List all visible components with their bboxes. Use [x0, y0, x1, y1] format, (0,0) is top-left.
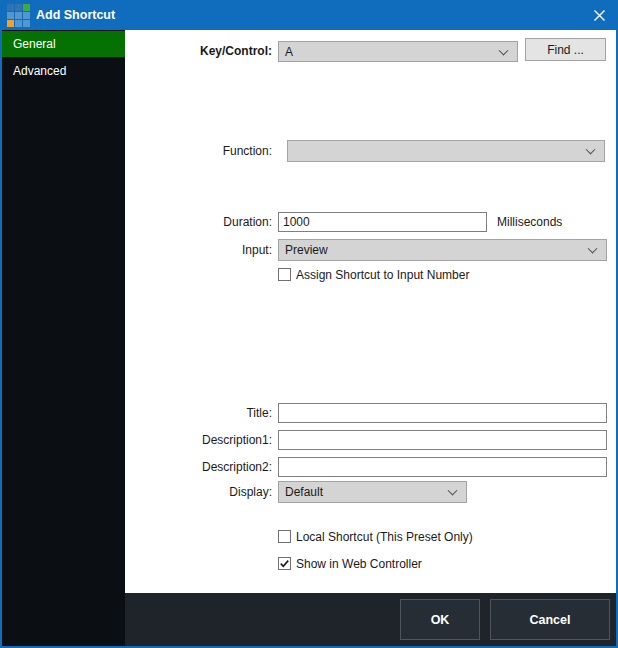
- local-shortcut-checkbox-row[interactable]: Local Shortcut (This Preset Only): [278, 530, 473, 544]
- tab-general[interactable]: General: [2, 31, 125, 57]
- function-select[interactable]: [287, 140, 605, 162]
- find-button[interactable]: Find ...: [525, 38, 606, 61]
- web-controller-checkbox-row[interactable]: Show in Web Controller: [278, 557, 422, 571]
- vmix-logo-icon: [7, 4, 30, 27]
- local-shortcut-checkbox[interactable]: [278, 530, 291, 543]
- chevron-down-icon: [586, 145, 596, 155]
- input-label: Input:: [132, 242, 272, 258]
- web-controller-label: Show in Web Controller: [296, 557, 422, 571]
- cancel-button[interactable]: Cancel: [490, 599, 610, 640]
- key-control-select[interactable]: A: [278, 41, 518, 62]
- key-control-label: Key/Control:: [132, 43, 272, 59]
- key-control-value: A: [285, 45, 293, 59]
- function-label: Function:: [132, 143, 272, 159]
- chevron-down-icon: [499, 45, 509, 55]
- assign-shortcut-checkbox-row[interactable]: Assign Shortcut to Input Number: [278, 268, 469, 282]
- assign-shortcut-label: Assign Shortcut to Input Number: [296, 268, 469, 282]
- assign-shortcut-checkbox[interactable]: [278, 268, 291, 281]
- add-shortcut-dialog: Add Shortcut General Advanced Key/Contro…: [0, 0, 618, 648]
- title-label: Title:: [132, 405, 272, 421]
- window-title: Add Shortcut: [36, 0, 115, 30]
- chevron-down-icon: [588, 244, 598, 254]
- description1-input[interactable]: [278, 430, 607, 450]
- close-icon: [593, 9, 606, 22]
- input-select[interactable]: Preview: [278, 239, 607, 261]
- display-value: Default: [285, 485, 323, 499]
- ok-button[interactable]: OK: [400, 599, 480, 640]
- milliseconds-label: Milliseconds: [497, 214, 562, 230]
- duration-input[interactable]: [278, 212, 487, 232]
- display-select[interactable]: Default: [278, 481, 467, 503]
- display-label: Display:: [132, 484, 272, 500]
- titlebar: Add Shortcut: [0, 0, 618, 30]
- description2-label: Description2:: [132, 459, 272, 475]
- local-shortcut-label: Local Shortcut (This Preset Only): [296, 530, 473, 544]
- description1-label: Description1:: [132, 432, 272, 448]
- web-controller-checkbox[interactable]: [278, 557, 291, 570]
- title-input[interactable]: [278, 403, 607, 423]
- description2-input[interactable]: [278, 457, 607, 477]
- chevron-down-icon: [448, 486, 458, 496]
- input-value: Preview: [285, 243, 328, 257]
- tab-advanced[interactable]: Advanced: [2, 57, 125, 85]
- sidebar: General Advanced: [2, 30, 125, 646]
- close-button[interactable]: [584, 0, 614, 30]
- duration-label: Duration:: [132, 214, 272, 230]
- checkmark-icon: [279, 558, 290, 569]
- content-panel: [125, 30, 616, 593]
